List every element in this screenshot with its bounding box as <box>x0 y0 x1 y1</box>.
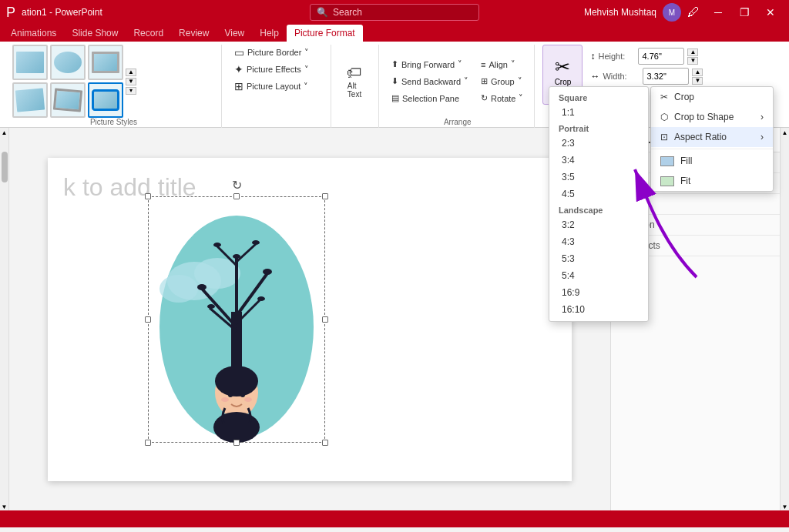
border-dropdown-icon: ˅ <box>304 48 309 58</box>
thumb-expand[interactable]: ▾ <box>126 87 136 95</box>
bring-forward-button[interactable]: ⬆ Bring Forward ˅ <box>387 57 473 72</box>
right-scrollbar[interactable]: ▲ ▼ <box>780 128 789 510</box>
width-input[interactable] <box>643 68 689 85</box>
rotate-button[interactable]: ↻ Rotate ˅ <box>476 91 528 106</box>
pic-style-2[interactable] <box>50 45 86 80</box>
aspect-16-9[interactable]: 16:9 <box>549 284 648 301</box>
menu-item-animations[interactable]: Animations <box>3 25 64 42</box>
selection-pane-icon: ▤ <box>391 93 399 103</box>
menu-item-review[interactable]: Review <box>171 25 217 42</box>
aspect-3-5[interactable]: 3:5 <box>549 169 648 186</box>
picture-border-button[interactable]: ▭ Picture Border ˅ <box>230 45 314 60</box>
crop-menu-crop-icon: ✂ <box>660 92 668 102</box>
handle-middle-left[interactable] <box>145 316 151 323</box>
aspect-1-1[interactable]: 1:1 <box>549 104 648 121</box>
pic-style-4[interactable] <box>12 82 48 118</box>
menu-item-help[interactable]: Help <box>252 25 287 42</box>
pic-style-6[interactable] <box>88 82 123 118</box>
selection-border <box>148 196 325 443</box>
menu-bar: Animations Slide Show Record Review View… <box>0 25 789 42</box>
handle-bottom-left[interactable] <box>145 440 151 446</box>
aspect-3-2[interactable]: 3:2 <box>549 216 648 233</box>
height-down[interactable]: ▼ <box>687 57 698 65</box>
search-box[interactable]: 🔍 Search <box>310 4 479 21</box>
title-bar: P ation1 - PowerPoint 🔍 Search Mehvish M… <box>0 0 789 25</box>
restore-button[interactable]: ❐ <box>732 0 757 25</box>
search-icon: 🔍 <box>317 7 328 18</box>
ribbon-group-alt-text: 🏷 AltText . <box>333 45 379 128</box>
rotate-chevron: ˅ <box>519 93 523 103</box>
height-input[interactable] <box>638 48 684 65</box>
picture-layout-button[interactable]: ⊞ Picture Layout ˅ <box>230 79 313 94</box>
crop-menu-crop[interactable]: ✂ Crop <box>651 87 773 107</box>
selection-pane-button[interactable]: ▤ Selection Pane <box>387 91 473 106</box>
pic-style-1[interactable] <box>12 45 48 80</box>
aspect-2-3[interactable]: 2:3 <box>549 135 648 152</box>
handle-top-center[interactable] <box>233 193 240 199</box>
thumb-scroll-down[interactable]: ▼ <box>126 78 136 85</box>
picture-effects-label: Picture Effects <box>247 65 301 74</box>
pen-icon[interactable]: 🖊 <box>687 5 700 19</box>
pic-style-3[interactable] <box>88 45 123 80</box>
title-bar-right: Mehvish Mushtaq M 🖊 ─ ❐ ✕ <box>584 0 783 25</box>
aspect-5-3[interactable]: 5:3 <box>549 250 648 267</box>
alt-text-items: 🏷 AltText <box>339 45 370 118</box>
menu-item-picture-format[interactable]: Picture Format <box>287 25 363 42</box>
rotate-handle[interactable]: ↻ <box>232 178 242 192</box>
square-header: Square <box>549 90 648 104</box>
height-up[interactable]: ▲ <box>687 49 698 56</box>
menu-item-slideshow[interactable]: Slide Show <box>64 25 126 42</box>
aspect-4-3[interactable]: 4:3 <box>549 233 648 250</box>
aspect-5-4[interactable]: 5:4 <box>549 267 648 284</box>
right-scroll-down[interactable]: ▼ <box>782 504 788 510</box>
left-scrollbar[interactable]: ▲ ▼ <box>0 128 9 510</box>
alt-text-icon: 🏷 <box>347 64 362 82</box>
crop-menu-to-shape[interactable]: ⬡ Crop to Shape › <box>651 107 773 127</box>
crop-menu-fill[interactable]: Fill <box>651 151 773 171</box>
align-button[interactable]: ≡ Align ˅ <box>476 57 528 72</box>
handle-bottom-right[interactable] <box>322 440 328 446</box>
picture-border-label: Picture Border <box>247 48 301 57</box>
close-button[interactable]: ✕ <box>758 0 783 25</box>
scroll-up-arrow[interactable]: ▲ <box>2 129 8 136</box>
right-scroll-up[interactable]: ▲ <box>782 129 788 136</box>
fill-icon <box>660 156 674 166</box>
handle-top-right[interactable] <box>322 193 328 199</box>
height-row: ↕ Height: ▲ ▼ <box>590 48 703 65</box>
handle-bottom-center[interactable] <box>233 440 240 446</box>
aspect-4-5[interactable]: 4:5 <box>549 186 648 202</box>
layout-icon: ⊞ <box>234 80 243 92</box>
width-down[interactable]: ▼ <box>692 77 703 85</box>
crop-menu-aspect-ratio[interactable]: ⊡ Aspect Ratio › <box>651 127 773 147</box>
thumb-scroll-up[interactable]: ▲ <box>126 69 136 76</box>
powerpoint-logo-icon: P <box>6 5 15 21</box>
aspect-3-4[interactable]: 3:4 <box>549 152 648 169</box>
handle-middle-right[interactable] <box>322 316 328 323</box>
arrange-left: ⬆ Bring Forward ˅ ⬇ Send Backward ˅ ▤ Se… <box>387 57 473 106</box>
picture-effects-button[interactable]: ✦ Picture Effects ˅ <box>230 62 314 77</box>
menu-item-view[interactable]: View <box>217 25 252 42</box>
bring-forward-chevron: ˅ <box>458 59 462 69</box>
crop-menu-fit[interactable]: Fit <box>651 171 773 191</box>
crop-label: Crop <box>555 78 572 86</box>
pic-style-5[interactable] <box>50 82 86 118</box>
menu-item-record[interactable]: Record <box>126 25 171 42</box>
minimize-button[interactable]: ─ <box>706 0 730 25</box>
aspect-ratio-submenu: Square 1:1 Portrait 2:3 3:4 3:5 4:5 Land… <box>549 86 649 322</box>
aspect-16-10[interactable]: 16:10 <box>549 301 648 318</box>
scroll-thumb[interactable] <box>2 152 8 182</box>
image-container[interactable]: ↻ <box>148 196 325 443</box>
alt-text-button[interactable]: 🏷 AltText <box>339 56 370 107</box>
aspect-ratio-icon: ⊡ <box>660 132 668 142</box>
send-backward-button[interactable]: ⬇ Send Backward ˅ <box>387 74 473 89</box>
picture-styles-label: Picture Styles <box>12 118 215 128</box>
send-backward-icon: ⬇ <box>391 76 398 86</box>
handle-top-left[interactable] <box>145 193 151 199</box>
portrait-header: Portrait <box>549 121 648 135</box>
status-bar <box>0 510 789 527</box>
width-up[interactable]: ▲ <box>692 69 703 76</box>
slide-area[interactable]: k to add title ↻ <box>9 128 610 510</box>
group-button[interactable]: ⊞ Group ˅ <box>476 74 528 89</box>
scroll-down-arrow[interactable]: ▼ <box>2 504 8 510</box>
crop-menu-crop-label: Crop <box>674 92 694 102</box>
